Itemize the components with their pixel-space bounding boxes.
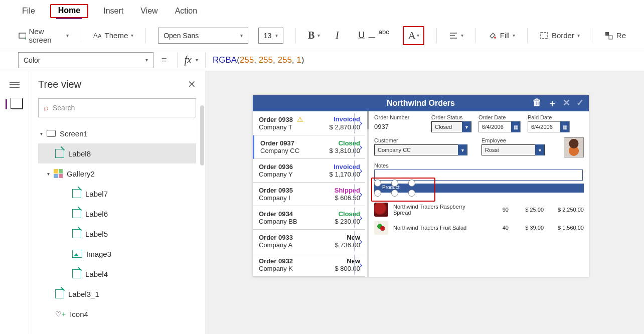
svg-rect-7 [605,32,609,36]
selection-handles[interactable] [374,180,415,187]
separator [475,28,476,43]
app-title: Northwind Orders [387,99,455,108]
hamburger-icon[interactable] [10,80,20,89]
customer-select[interactable]: Company CC▾ [374,144,467,155]
strikethrough-button[interactable]: abc— [379,28,393,44]
property-select[interactable]: Color ▾ [18,52,153,68]
ribbon: + New screen ▾ Aᴀ Theme ▾ Open Sans ▾ 13… [0,22,644,49]
order-row[interactable]: Order 0937Closed Company CC$ 3,810.00 › [253,135,365,159]
separator [436,28,437,43]
layers-icon [12,99,23,109]
label-icon [72,269,81,278]
fx-icon[interactable]: fx [185,54,194,66]
menu-bar: File Home Insert View Action [0,0,644,22]
align-button[interactable]: ▾ [449,31,463,40]
label-icon [72,229,81,238]
canvas[interactable]: Northwind Orders 🗑 ＋ ✕ ✓ Order 0938 ⚠Inv… [206,71,644,334]
equals-sign: = [158,55,170,65]
font-color-icon: A [408,29,416,42]
theme-button[interactable]: Aᴀ Theme ▾ [93,31,133,40]
search-placeholder: Search [53,104,75,112]
gallery-icon [54,169,63,178]
new-screen-label: New screen [29,27,63,44]
tree-node-label7[interactable]: Label7 [38,184,196,204]
separator [295,28,296,43]
search-input[interactable]: ⌕ Search [38,98,196,117]
screen-icon [47,130,56,137]
label-employee: Employee [481,137,557,143]
reorder-button[interactable]: Re [604,31,626,40]
app-screen: Northwind Orders 🗑 ＋ ✕ ✓ Order 0938 ⚠Inv… [253,95,589,277]
underline-button[interactable]: U [355,28,369,44]
separator [592,28,592,43]
product-column-header[interactable]: Product [374,184,584,193]
save-icon[interactable]: ✓ [576,97,584,109]
line-item[interactable]: Northwind Traders Raspberry Spread90$ 25… [374,203,584,217]
tree-view-tab[interactable] [6,99,23,109]
order-row[interactable]: Order 0933New Company A$ 736.00 › [253,230,365,253]
border-icon [540,31,549,40]
new-screen-button[interactable]: + New screen ▾ [18,27,69,44]
order-row[interactable]: Order 0936Invoiced Company Y$ 1,170.00 › [253,159,365,183]
chevron-down-icon: ▾ [131,33,133,38]
font-color-button[interactable]: A▾ [408,29,419,42]
close-icon[interactable]: ✕ [188,78,196,90]
value-order-number: 0937 [374,121,424,132]
font-size-select[interactable]: 13 ▾ [258,28,283,44]
cancel-icon[interactable]: ✕ [563,97,570,109]
order-date-input[interactable]: 6/4/2006▦ [478,121,521,132]
tree-node-screen1[interactable]: ▾ Screen1 [38,123,196,143]
selection-handles[interactable] [374,190,415,197]
line-item[interactable]: Northwind Traders Fruit Salad40$ 39.00$ … [374,221,584,235]
employee-select[interactable]: Rossi▾ [481,144,545,155]
label-order-status: Order Status [431,114,471,120]
tree-node-label8[interactable]: Label8 [38,143,196,163]
tree-scrollbar[interactable] [200,105,204,165]
tree-view-panel: Tree view ✕ ⌕ Search ▾ Screen1 Label8 ▾ … [29,71,206,334]
italic-button[interactable]: I [330,28,344,44]
tree-node-label4[interactable]: Label4 [38,264,196,284]
svg-text:+: + [24,36,26,40]
chevron-down-icon: ▾ [66,33,69,38]
label-icon [55,149,64,158]
order-row[interactable]: Order 0934Closed Company BB$ 230.00 › [253,206,365,230]
tree-node-image3[interactable]: Image3 [38,244,196,264]
icon4-icon: ♡+ [55,310,66,318]
tree-node-label6[interactable]: Label6 [38,204,196,224]
tree-node-label3-1[interactable]: Label3_1 [38,284,196,304]
fill-button[interactable]: Fill ▾ [488,31,515,40]
fill-label: Fill [500,31,510,40]
orders-list[interactable]: Order 0938 ⚠Invoiced Company T$ 2,870.00… [253,111,365,277]
menu-insert[interactable]: Insert [101,4,125,19]
formula-bar: Color ▾ = fx▾ RGBA(255, 255, 255, 1) [0,49,644,71]
search-icon: ⌕ [44,103,49,112]
label-order-number: Order Number [374,114,424,120]
menu-action[interactable]: Action [173,4,199,19]
svg-point-5 [494,37,496,39]
tree-node-icon4[interactable]: ♡+Icon4 [38,304,196,324]
add-icon[interactable]: ＋ [548,97,557,109]
order-row[interactable]: Order 0935Shipped Company I$ 606.50 › [253,183,365,206]
menu-home[interactable]: Home [56,3,82,19]
order-row[interactable]: Order 0938 ⚠Invoiced Company T$ 2,870.00… [253,111,365,135]
formula-input[interactable]: RGBA(255, 255, 255, 1) [213,55,304,65]
tree-node-gallery2[interactable]: ▾ Gallery2 [38,163,196,184]
menu-view[interactable]: View [138,4,159,19]
menu-file[interactable]: File [20,4,37,19]
font-name-select[interactable]: Open Sans ▾ [158,28,248,44]
notes-input[interactable] [374,170,583,181]
trash-icon[interactable]: 🗑 [533,97,542,109]
chevron-down-icon: ▾ [145,57,148,63]
label-notes: Notes [374,162,584,169]
paid-date-input[interactable]: 6/4/2006▦ [528,121,570,132]
product-image [374,221,388,235]
property-value: Color [24,56,40,64]
tree-node-label5[interactable]: Label5 [38,224,196,244]
theme-icon: Aᴀ [93,32,102,39]
border-button[interactable]: Border ▾ [540,31,580,40]
order-status-select[interactable]: Closed▾ [431,121,471,132]
separator [145,28,146,43]
bold-button[interactable]: B▾ [308,30,320,41]
label-paid-date: Paid Date [528,114,570,120]
order-row[interactable]: Order 0932New Company K$ 800.00 › [253,253,365,277]
